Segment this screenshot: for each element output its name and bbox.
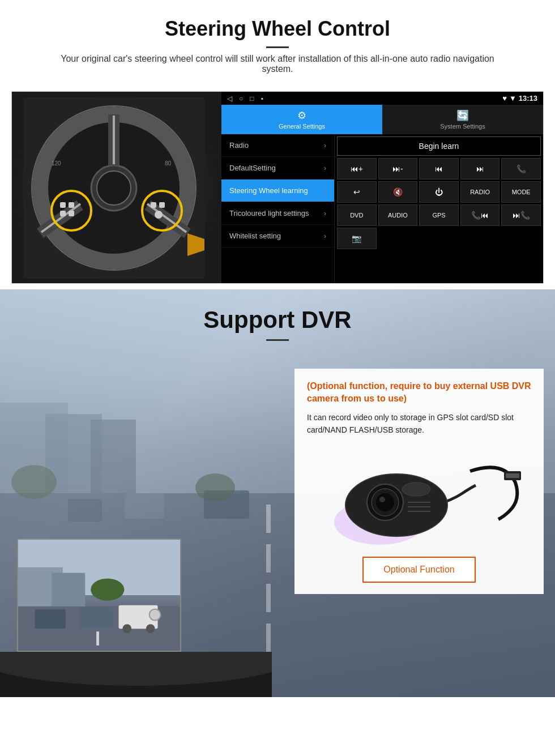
home-nav-icon[interactable]: ○ [239, 95, 243, 102]
vol-up-icon: ⏮+ [351, 164, 363, 173]
ctrl-btn-back[interactable]: ↩ [337, 181, 377, 203]
control-grid: ⏮+ ⏭- ⏮ ⏭ 📞 [337, 158, 541, 249]
recents-nav-icon[interactable]: □ [250, 95, 254, 102]
svg-rect-19 [155, 211, 163, 219]
svg-rect-29 [266, 544, 271, 573]
steering-photo-inner: 120 80 [12, 92, 221, 283]
begin-learn-row: Begin learn [337, 136, 541, 156]
steering-description: Your original car's steering wheel contr… [45, 54, 510, 74]
ctrl-btn-vol-down[interactable]: ⏭- [378, 158, 418, 180]
settings-content: Radio › DefaultSetting › Steering Wheel … [221, 134, 543, 283]
dvr-screenshot-mini [17, 539, 181, 652]
optional-function-button[interactable]: Optional Function [362, 557, 476, 583]
menu-item-tricoloured-label: Tricoloured light settings [229, 209, 309, 217]
ctrl-btn-audio[interactable]: AUDIO [378, 204, 418, 226]
ctrl-btn-camera[interactable]: 📷 [337, 228, 377, 249]
ctrl-btn-gps[interactable]: GPS [419, 204, 459, 226]
wifi-icon: ▼ [509, 94, 516, 102]
dvr-title-divider [266, 339, 289, 341]
tab-system-label: System Settings [440, 123, 485, 130]
ctrl-btn-next[interactable]: ⏭ [460, 158, 500, 180]
menu-item-steering-label: Steering Wheel learning [229, 186, 308, 195]
dashboard-area [0, 652, 272, 697]
menu-item-steering[interactable]: Steering Wheel learning › [221, 180, 334, 202]
svg-text:80: 80 [165, 160, 172, 166]
dvr-description: It can record video only to storage in G… [307, 411, 531, 437]
camera-icon: 📷 [352, 234, 361, 243]
dvr-title: Support DVR [0, 306, 555, 334]
svg-rect-26 [91, 420, 136, 493]
svg-rect-32 [68, 499, 102, 522]
chevron-icon-steering: › [324, 186, 326, 195]
svg-point-60 [122, 624, 131, 633]
tab-system[interactable]: 🔄 System Settings [382, 105, 543, 134]
steering-wheel-svg: 120 80 [23, 97, 204, 279]
steering-title: Steering Wheel Control [23, 17, 532, 41]
svg-point-44 [379, 497, 385, 502]
ctrl-btn-vol-up[interactable]: ⏮+ [337, 158, 377, 180]
svg-point-35 [11, 465, 57, 499]
android-statusbar: ◁ ○ □ ▪ ♥ ▼ 13:13 [221, 92, 543, 105]
title-divider [266, 46, 289, 48]
ctrl-btn-mute[interactable]: 🔇 [378, 181, 418, 203]
svg-point-62 [150, 609, 161, 621]
dashboard-svg [0, 652, 272, 697]
system-settings-icon: 🔄 [456, 109, 469, 122]
chevron-icon-default: › [324, 164, 326, 172]
chevron-icon-tricoloured: › [324, 209, 326, 217]
settings-tabs: ⚙ General Settings 🔄 System Settings [221, 105, 543, 134]
svg-rect-57 [79, 608, 113, 629]
steering-section: Steering Wheel Control Your original car… [0, 0, 555, 284]
chevron-icon-radio: › [324, 141, 326, 150]
svg-rect-33 [125, 493, 164, 519]
tel-next-icon: ⏭📞 [513, 211, 530, 220]
menu-item-whitelist[interactable]: Whitelist setting › [221, 225, 334, 247]
ctrl-btn-power[interactable]: ⏻ [419, 181, 459, 203]
svg-rect-51 [52, 573, 85, 612]
radio-label: RADIO [470, 189, 490, 195]
mode-label: MODE [512, 189, 531, 195]
steering-photo: 120 80 [12, 92, 221, 283]
dvr-camera-illustration [307, 446, 531, 548]
gps-label: GPS [432, 212, 445, 219]
nav-icons: ◁ ○ □ ▪ [227, 95, 499, 102]
ctrl-btn-call[interactable]: 📞 [501, 158, 541, 180]
ctrl-btn-radio[interactable]: RADIO [460, 181, 500, 203]
svg-point-45 [402, 482, 430, 496]
dvr-title-area: Support DVR [0, 289, 555, 358]
svg-rect-55 [96, 631, 99, 646]
next-icon: ⏭ [476, 164, 484, 173]
android-panel: ◁ ○ □ ▪ ♥ ▼ 13:13 ⚙ General Settings [221, 92, 543, 283]
power-icon: ⏻ [435, 187, 443, 197]
svg-point-52 [91, 578, 124, 600]
signal-icon: ♥ [502, 94, 507, 102]
menu-item-radio[interactable]: Radio › [221, 134, 334, 157]
ctrl-btn-tel-next[interactable]: ⏭📞 [501, 204, 541, 226]
ctrl-btn-dvd[interactable]: DVD [337, 204, 377, 226]
ctrl-btn-prev[interactable]: ⏮ [419, 158, 459, 180]
statusbar-time: 13:13 [519, 94, 537, 102]
settings-right: Begin learn ⏮+ ⏭- ⏮ [335, 134, 543, 283]
menu-item-tricoloured[interactable]: Tricoloured light settings › [221, 202, 334, 225]
dvr-camera-svg [311, 449, 527, 545]
ctrl-btn-tel-prev[interactable]: 📞⏮ [460, 204, 500, 226]
ctrl-btn-mode[interactable]: MODE [501, 181, 541, 203]
svg-rect-15 [60, 211, 66, 216]
ui-screenshot: 120 80 ◁ ○ □ ▪ ♥ ▼ 13:13 [11, 91, 544, 284]
svg-point-36 [195, 473, 235, 502]
svg-point-43 [376, 493, 394, 511]
dvr-info-card: (Optional function, require to buy exter… [294, 369, 544, 594]
menu-nav-icon[interactable]: ▪ [261, 95, 263, 102]
settings-menu: Radio › DefaultSetting › Steering Wheel … [221, 134, 335, 283]
begin-learn-button[interactable]: Begin learn [337, 136, 541, 156]
prev-icon: ⏮ [435, 164, 443, 173]
svg-text:120: 120 [52, 160, 61, 166]
svg-point-61 [146, 624, 155, 633]
menu-item-default[interactable]: DefaultSetting › [221, 157, 334, 180]
general-settings-icon: ⚙ [297, 109, 306, 122]
menu-item-radio-label: Radio [229, 141, 249, 150]
tab-general[interactable]: ⚙ General Settings [221, 105, 382, 134]
vol-down-icon: ⏭- [392, 164, 403, 173]
back-nav-icon[interactable]: ◁ [227, 95, 232, 102]
audio-label: AUDIO [388, 212, 408, 219]
